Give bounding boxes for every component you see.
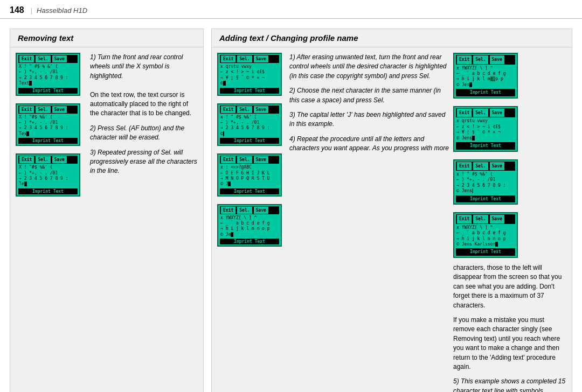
lcd-row-2-3: → 2 3 4 5 6 7 8 9 : [18,125,78,131]
page: 148 | Hasselblad H1D Removing text Exit … [0,0,582,392]
exit-btn-r2[interactable]: Exit [221,106,235,113]
lcd-bottom-e4: Imprint Text [456,248,515,256]
exit-btn-e4[interactable]: Exit [457,215,472,223]
step-right-3: 3) The capital letter 'J' has been highl… [289,110,450,129]
lcd-bottom-r1: Imprint Text [220,88,279,94]
lcd-row-e3-3: → 2 3 4 5 6 7 8 9 : [456,183,515,188]
exit-btn-r4[interactable]: Exit [221,207,235,214]
lcd-row-3-4: Te [18,181,78,187]
lcd-row-r3-2: ← D E F G H I J K L [220,171,279,176]
lcd-row-3-2: ← ) *+, - . /01 [18,171,78,176]
step-right-4: 4) Repeat the procedure until all the le… [289,135,450,153]
lcd-row-1-1: X ! " #$ % &' ( [18,64,78,69]
lcd-screen-left-2: Exit Sel. Save X ! "#$ %&' ( ← ) *+, - .… [16,103,80,146]
lcd-row-e1-4: © Jen [456,82,515,88]
page-header: 148 | Hasselblad H1D [0,0,582,19]
save-btn-e1[interactable]: Save [490,55,504,64]
lcd-row-r2-2: ← ) *+, - . /01 [220,120,279,125]
step-left-3: 3) Repeated pressing of Sel. will progre… [90,148,198,176]
sel-btn-r1[interactable]: Sel. [237,55,252,62]
lcd-row-r2-3: → 2 3 4 5 6 7 8 9 : [220,125,279,131]
sel-btn-r4[interactable]: Sel. [237,207,252,214]
page-number: 148 [10,5,24,15]
lcd-row-1-2: ← ) *+, - . /01 [18,69,78,75]
sel-btn-3[interactable]: Sel. [36,156,50,163]
lcd-screen-extra-1: Exit Sel. Save x YWXYZ[ \ ] ^ ← _ ` a b … [453,53,518,99]
extra-text: characters, those to the left will disap… [453,263,566,392]
sel-btn-e2[interactable]: Sel. [473,109,488,117]
save-btn-1[interactable]: Save [52,55,67,62]
save-btn-e2[interactable]: Save [490,109,504,117]
step-left-2: 2) Press Sel. (AF button) and the charac… [90,124,198,143]
sel-btn-e4[interactable]: Sel. [473,215,488,223]
exit-btn-1[interactable]: Exit [19,55,34,62]
exit-btn-3[interactable]: Exit [19,156,34,163]
sel-btn-r3[interactable]: Sel. [237,156,252,163]
lcd-bottom-e1: Imprint Text [456,89,515,96]
lcd-row-e3-2: ← ) *+, - . /01 [456,177,515,183]
lcd-row-1-3: → 2 3 4 5 6 7 8 9 : [18,75,78,81]
lcd-column-left: Exit Sel. Save X ! " #$ % &' ( ← ) *+, -… [16,53,86,197]
lcd-bottom-r2: Imprint Text [220,138,279,144]
section-right-title: Adding text / Changing profile name [212,29,572,47]
lcd-screen-extra-4: Exit Sel. Save x YWXYZ[ \ ] ^ ← _ ` a b … [453,212,518,258]
lcd-row-r4-4: © Je [220,232,279,237]
save-btn-e3[interactable]: Save [490,162,504,171]
lcd-row-r3-3: → M N O P Q R S T U [220,176,279,181]
save-btn-2[interactable]: Save [52,106,67,113]
lcd-screen-right-3: Exit Sel. Save x : <=>?@ABC ← D E F G H … [217,153,282,197]
content-area: Removing text Exit Sel. Save X ! " #$ % … [0,29,582,392]
sel-btn-2[interactable]: Sel. [36,106,50,113]
lcd-row-r3-4: © J [220,181,279,187]
page-subtitle: Hasselblad H1D [37,6,87,15]
lcd-bottom-r4: Imprint Text [220,239,279,244]
sel-btn-e1[interactable]: Sel. [473,55,488,64]
extra-para-2: If you make a mistake you must remove ea… [453,316,566,372]
lcd-row-r1-1: x qrstu vwxy [220,64,279,69]
sel-btn-1[interactable]: Sel. [36,55,50,62]
lcd-row-e3-4: © Jens [456,188,515,194]
lcd-bottom-e3: Imprint Text [456,195,515,203]
exit-btn-2[interactable]: Exit [19,106,34,113]
extra-right-col: Exit Sel. Save x YWXYZ[ \ ] ^ ← _ ` a b … [453,53,566,392]
exit-btn-r3[interactable]: Exit [221,156,235,163]
step-left-1: 1) Turn the front and rear control wheel… [90,53,198,118]
lcd-row-r4-1: x YWXYZ[ \ ] ^ [220,215,279,221]
save-btn-r3[interactable]: Save [254,156,268,163]
sel-btn-e3[interactable]: Sel. [473,162,488,171]
exit-btn-r1[interactable]: Exit [221,55,235,62]
lcd-row-e4-2: ← _ ` a b c d e f g [456,230,515,236]
sel-btn-r2[interactable]: Sel. [237,106,252,113]
lcd-screen-left-3: Exit Sel. Save X ! "#$ %&' ( ← ) *+, - .… [16,153,80,197]
save-btn-r1[interactable]: Save [254,55,268,62]
lcd-screen-extra-3: Exit Sel. Save x ! " #$ %&' ( ← ) *+, - … [453,159,518,205]
extra-para-3: 5) This example shows a completed 15 cha… [453,377,566,392]
lcd-bottom-1: Imprint Text [18,88,78,94]
section-adding-text: Adding text / Changing profile name Exit… [211,29,572,392]
lcd-row-e1-3: → h i j k l m no p [456,76,515,82]
section-left-body: Exit Sel. Save X ! " #$ % &' ( ← ) *+, -… [10,47,203,197]
extra-para-1: characters, those to the left will disap… [453,263,566,310]
exit-btn-e1[interactable]: Exit [457,55,472,64]
step-right-1: 1) After erasing unwanted text, turn the… [289,53,450,81]
lcd-bottom-r3: Imprint Text [220,188,279,194]
lcd-row-e4-3: → h i j k l m n o p [456,236,515,242]
lcd-screen-right-2: Exit Sel. Save x ! " #$ %&' ( ← ) *+, - … [217,103,282,146]
lcd-row-1-4: Text [18,81,78,86]
lcd-row-e2-2: ← z < ! > ~ i ¢£$ [456,124,515,130]
text-column-right: 1) After erasing unwanted text, turn the… [289,53,450,392]
lcd-row-3-3: → 2 3 4 5 6 7 8 9 : [18,176,78,181]
exit-btn-e2[interactable]: Exit [457,109,472,117]
lcd-row-r2-4: © [220,131,279,137]
save-btn-e4[interactable]: Save [490,215,504,223]
step-right-2: 2) Choose the next character in the same… [289,86,450,105]
section-right-body: Exit Sel. Save x qrstu vwxy ← z < ! > ~ … [212,47,572,392]
save-btn-r2[interactable]: Save [254,106,268,113]
save-btn-3[interactable]: Save [52,156,67,163]
exit-btn-e3[interactable]: Exit [457,162,472,171]
save-btn-r4[interactable]: Save [254,207,268,214]
lcd-row-3-1: X ! "#$ %&' ( [18,165,78,170]
lcd-row-e4-4: © Jens Karlsson [456,242,515,247]
lcd-row-r1-4: © [220,81,279,86]
lcd-row-2-2: ← ) *+, - . /01 [18,120,78,125]
